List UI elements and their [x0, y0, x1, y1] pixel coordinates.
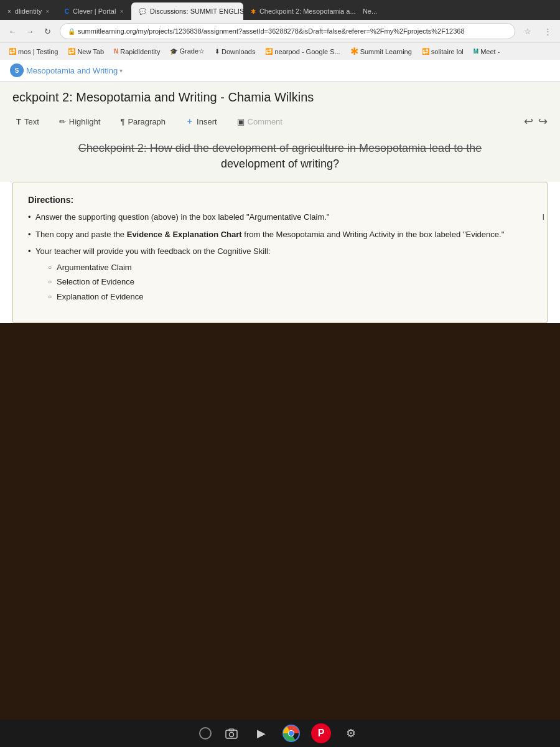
bookmark-nearpod[interactable]: 🔁 nearpod - Google S...	[261, 47, 343, 57]
taskbar-play[interactable]: ▶	[251, 723, 271, 743]
bookmark-label: RapidIdentity	[120, 48, 160, 55]
breadcrumb: S Mesopotamia and Writing ▾	[10, 63, 123, 77]
undo-icon[interactable]: ↩	[524, 115, 533, 128]
tab-clever[interactable]: C Clever | Portal ×	[57, 2, 131, 20]
bookmark-label: New Tab	[77, 48, 104, 55]
lock-icon: 🔒	[68, 28, 75, 35]
taskbar-camera[interactable]	[222, 723, 241, 743]
taskbar-chrome[interactable]	[281, 723, 301, 743]
bookmark-label: Downloads	[222, 48, 255, 55]
toolbar-insert[interactable]: ＋ Insert	[182, 113, 221, 129]
breadcrumb-link[interactable]: Mesopotamia and Writing ▾	[26, 66, 123, 75]
breadcrumb-label: Mesopotamia and Writing	[26, 66, 118, 75]
nav-buttons: ← → ↻	[5, 24, 55, 39]
bookmark-label: nearpod - Google S...	[274, 48, 340, 55]
direction-item-3: Your teacher will provide you with feedb…	[28, 245, 532, 303]
tab-new[interactable]: Ne...	[355, 2, 385, 20]
back-button[interactable]: ←	[5, 24, 20, 39]
main-page: S Mesopotamia and Writing ▾ eckpoint 2: …	[0, 60, 560, 323]
directions-box: Directions: Answer the supporting questi…	[12, 182, 548, 323]
tab-discussions[interactable]: 💬 Discussions: SUMMIT ENGLIS... ×	[131, 2, 243, 20]
direction-item-2: Then copy and paste the Evidence & Expla…	[28, 228, 532, 241]
bookmark-summit[interactable]: ✱ Summit Learning	[347, 44, 416, 59]
bookmark-icon: 🔁	[68, 48, 75, 55]
tab-favicon: ✱	[251, 8, 256, 15]
tab-label: dlidentity	[15, 7, 42, 15]
tab-close-icon[interactable]: ×	[45, 7, 49, 15]
insert-icon: ＋	[185, 116, 194, 127]
toolbar-text[interactable]: T Text	[12, 115, 43, 129]
bookmark-newtab[interactable]: 🔁 New Tab	[64, 47, 108, 57]
toolbar-insert-label: Insert	[197, 117, 217, 126]
svg-point-5	[289, 731, 294, 736]
taskbar-pinterest[interactable]: P	[311, 723, 331, 743]
star-button[interactable]: ☆	[520, 24, 535, 39]
toolbar-highlight[interactable]: ✏ Highlight	[55, 115, 105, 129]
bookmark-icon: 🔁	[9, 48, 16, 55]
editor-toolbar: T Text ✏ Highlight ¶ Paragraph ＋ Insert …	[0, 108, 560, 134]
sl-logo: S	[10, 63, 24, 77]
toolbar-comment[interactable]: ▣ Comment	[233, 115, 286, 129]
tab-label: Checkpoint 2: Mesopotamia a...	[259, 7, 355, 15]
toolbar-text-label: Text	[24, 117, 39, 126]
sub-skills-list: Argumentative Claim Selection of Evidenc…	[35, 261, 532, 303]
question-heading-normal: development of writing?	[221, 157, 339, 170]
tab-checkpoint[interactable]: ✱ Checkpoint 2: Mesopotamia a... ×	[243, 2, 355, 20]
sub-skill-3: Explanation of Evidence	[48, 291, 532, 303]
summit-star-icon: ✱	[350, 45, 358, 57]
chevron-down-icon: ▾	[119, 67, 123, 74]
tab-dlidentity[interactable]: × dlidentity ×	[0, 2, 57, 20]
tab-close-icon[interactable]: ×	[119, 7, 123, 15]
browser-chrome: × dlidentity × C Clever | Portal × 💬 Dis…	[0, 0, 560, 60]
bookmark-label: Grade☆	[179, 47, 205, 55]
redo-icon[interactable]: ↪	[538, 115, 548, 128]
bookmark-icon: ⬇	[215, 48, 220, 55]
tab-favicon: ×	[7, 8, 11, 15]
directions-list: Answer the supporting question (above) i…	[28, 211, 532, 303]
forward-button[interactable]: →	[22, 24, 37, 39]
bookmark-icon: 🎓	[170, 48, 177, 55]
bookmark-label: solitaire lol	[431, 48, 464, 55]
url-bar[interactable]: 🔒 summitlearning.org/my/projects/1236838…	[60, 23, 515, 39]
taskbar-settings[interactable]: ⚙	[341, 723, 361, 743]
bookmark-testing[interactable]: 🔁 mos | Testing	[5, 47, 62, 57]
sub-skill-1: Argumentative Claim	[48, 261, 532, 274]
bookmark-icon: N	[114, 48, 118, 55]
paragraph-icon: ¶	[120, 117, 124, 126]
sl-header: S Mesopotamia and Writing ▾	[0, 60, 560, 82]
question-heading: Checkpoint 2: How did the development of…	[0, 134, 560, 182]
question-heading-strikethrough: Checkpoint 2: How did the development of…	[78, 142, 482, 154]
bookmark-bar: 🔁 mos | Testing 🔁 New Tab N RapidIdentit…	[0, 42, 560, 60]
page-title-bar: eckpoint 2: Mesopotamia and Writing - Ch…	[0, 82, 560, 108]
comment-icon: ▣	[237, 117, 245, 126]
svg-point-1	[230, 733, 234, 737]
url-text: summitlearning.org/my/projects/1236838/a…	[78, 27, 465, 35]
tab-favicon: C	[65, 8, 69, 15]
sub-skill-2: Selection of Evidence	[48, 276, 532, 288]
page-title: eckpoint 2: Mesopotamia and Writing - Ch…	[12, 90, 548, 105]
bookmark-label: mos | Testing	[18, 48, 58, 55]
bookmark-icon: 🔁	[265, 48, 273, 55]
toolbar-paragraph-label: Paragraph	[128, 117, 166, 126]
bookmark-label: Summit Learning	[360, 48, 412, 55]
taskbar: ▶ P ⚙	[0, 720, 560, 747]
bookmark-meet[interactable]: M Meet -	[470, 47, 504, 57]
dark-bg-area	[0, 323, 560, 653]
address-bar: ← → ↻ 🔒 summitlearning.org/my/projects/1…	[0, 20, 560, 42]
reload-button[interactable]: ↻	[40, 24, 55, 39]
bookmark-rapididentity[interactable]: N RapidIdentity	[110, 47, 164, 57]
toolbar-paragraph[interactable]: ¶ Paragraph	[116, 115, 169, 129]
cursor-indicator: I	[542, 211, 544, 223]
bookmark-grade[interactable]: 🎓 Grade☆	[166, 46, 208, 57]
evidence-chart-bold: Evidence & Explanation Chart	[127, 230, 242, 239]
text-icon: T	[16, 117, 21, 126]
tab-label: Clever | Portal	[73, 7, 116, 15]
bookmark-downloads[interactable]: ⬇ Downloads	[211, 47, 259, 57]
bookmark-solitaire[interactable]: 🔁 solitaire lol	[418, 47, 467, 57]
bookmark-icon: 🔁	[422, 48, 429, 55]
tab-label: Ne...	[363, 7, 377, 15]
menu-button[interactable]: ⋮	[540, 24, 555, 39]
toolbar-highlight-label: Highlight	[69, 117, 101, 126]
tab-bar: × dlidentity × C Clever | Portal × 💬 Dis…	[0, 0, 560, 20]
taskbar-circle[interactable]	[199, 727, 212, 740]
